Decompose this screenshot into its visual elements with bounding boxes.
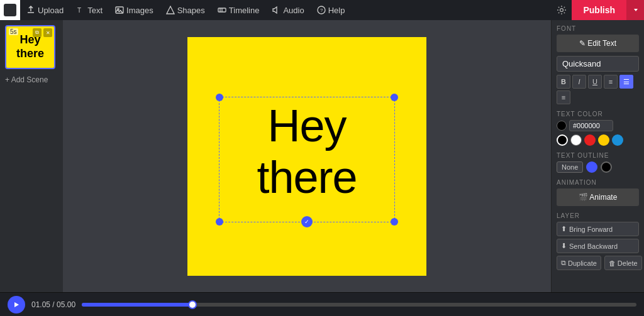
svg-text:T: T bbox=[77, 7, 81, 14]
text-button[interactable]: T Text bbox=[70, 0, 109, 20]
right-panel: FONT ✎ Edit Text Quicksand B I U ≡ ☰ ≡ T… bbox=[551, 20, 644, 292]
svg-marker-3 bbox=[167, 6, 174, 14]
timeline-button[interactable]: Timeline bbox=[211, 0, 266, 20]
align-center-button[interactable]: ☰ bbox=[619, 75, 633, 89]
delete-label: Delete bbox=[618, 259, 638, 267]
handle-bottom-left[interactable] bbox=[216, 218, 223, 226]
animate-label: 🎬 Animate bbox=[579, 193, 618, 202]
canvas-text-line2: there bbox=[257, 152, 357, 202]
shapes-button[interactable]: Shapes bbox=[160, 0, 211, 20]
bold-button[interactable]: B bbox=[557, 75, 570, 89]
text-outline-section: TEXT OUTLINE None bbox=[557, 152, 639, 173]
logo-icon bbox=[4, 4, 16, 16]
images-label: Images bbox=[126, 6, 153, 15]
audio-label: Audio bbox=[283, 6, 304, 15]
swatch-blue[interactable] bbox=[612, 134, 623, 146]
scene-icons: ⧉ ✕ bbox=[33, 28, 52, 37]
animation-section: ANIMATION 🎬 Animate bbox=[557, 179, 639, 206]
canvas-text[interactable]: Hey there bbox=[209, 100, 404, 204]
animation-title: ANIMATION bbox=[557, 179, 639, 186]
audio-button[interactable]: Audio bbox=[265, 0, 310, 20]
edit-text-label: ✎ Edit Text bbox=[579, 39, 616, 48]
shapes-icon bbox=[166, 6, 175, 14]
help-label: Help bbox=[328, 6, 345, 15]
handle-bottom-center[interactable]: ✓ bbox=[301, 216, 313, 227]
upload-icon bbox=[26, 6, 35, 14]
publish-label: Publish bbox=[583, 5, 615, 15]
text-icon: T bbox=[76, 6, 85, 14]
color-dot-black[interactable] bbox=[557, 121, 567, 131]
scene-text-line2: there bbox=[16, 47, 44, 60]
outline-swatch-blue[interactable] bbox=[586, 161, 597, 173]
main-area: 5s ⧉ ✕ Hey there + Add Scene Hey there bbox=[0, 20, 644, 292]
duplicate-button[interactable]: ⧉ Duplicate bbox=[557, 256, 601, 270]
add-scene-label: + Add Scene bbox=[5, 75, 48, 84]
scene-delete-icon[interactable]: ✕ bbox=[43, 28, 52, 37]
handle-bottom-right[interactable] bbox=[391, 218, 398, 226]
left-sidebar: 5s ⧉ ✕ Hey there + Add Scene bbox=[0, 20, 63, 292]
publish-dropdown-button[interactable] bbox=[626, 0, 644, 20]
top-nav: Upload T Text Images Shapes Timeline Aud… bbox=[0, 0, 644, 20]
outline-none-label: None bbox=[562, 163, 578, 171]
time-display: 01.05 / 05.00 bbox=[31, 300, 75, 309]
canvas-stage[interactable]: Hey there ✓ bbox=[187, 37, 426, 276]
outline-swatch-black[interactable] bbox=[601, 161, 612, 173]
swatch-white[interactable] bbox=[570, 134, 582, 146]
gear-button[interactable] bbox=[552, 0, 572, 20]
color-hex-input[interactable] bbox=[569, 120, 613, 131]
italic-button[interactable]: I bbox=[572, 75, 586, 89]
svg-marker-10 bbox=[634, 9, 638, 11]
upload-button[interactable]: Upload bbox=[20, 0, 70, 20]
layer-section: LAYER ⬆ Bring Forward ⬇ Send Backward ⧉ … bbox=[557, 212, 639, 270]
align-left-button[interactable]: ≡ bbox=[604, 75, 618, 89]
scene-card-text: Hey there bbox=[16, 33, 44, 60]
upload-label: Upload bbox=[38, 6, 64, 15]
play-button[interactable] bbox=[8, 296, 25, 313]
svg-point-9 bbox=[560, 9, 564, 12]
layer-title: LAYER bbox=[557, 212, 639, 219]
bottom-bar: 01.05 / 05.00 bbox=[0, 292, 644, 316]
edit-text-button[interactable]: ✎ Edit Text bbox=[557, 35, 639, 52]
timeline-thumb[interactable] bbox=[188, 300, 197, 309]
shapes-label: Shapes bbox=[177, 6, 205, 15]
text-color-title: TEXT COLOR bbox=[557, 111, 639, 117]
add-scene-button[interactable]: + Add Scene bbox=[5, 74, 58, 85]
logo[interactable] bbox=[0, 0, 20, 20]
swatch-yellow[interactable] bbox=[598, 134, 609, 146]
delete-button[interactable]: 🗑 Delete bbox=[604, 256, 642, 270]
gear-icon bbox=[557, 5, 567, 15]
animate-button[interactable]: 🎬 Animate bbox=[557, 188, 639, 206]
font-name-selector[interactable]: Quicksand bbox=[557, 56, 639, 72]
bring-forward-button[interactable]: ⬆ Bring Forward bbox=[557, 222, 639, 236]
scene-copy-icon[interactable]: ⧉ bbox=[33, 28, 42, 37]
text-label: Text bbox=[87, 6, 103, 15]
timeline-label: Timeline bbox=[229, 6, 260, 15]
images-button[interactable]: Images bbox=[109, 0, 160, 20]
outline-none-button[interactable]: None bbox=[557, 161, 583, 173]
font-section: FONT ✎ Edit Text Quicksand B I U ≡ ☰ ≡ bbox=[557, 25, 639, 104]
swatch-black[interactable] bbox=[557, 134, 568, 146]
timeline-track[interactable] bbox=[82, 303, 636, 307]
underline-button[interactable]: U bbox=[588, 75, 602, 89]
timeline-progress bbox=[82, 303, 192, 307]
play-icon bbox=[13, 302, 19, 308]
images-icon bbox=[115, 6, 124, 14]
scene-card[interactable]: 5s ⧉ ✕ Hey there bbox=[5, 25, 55, 69]
svg-text:?: ? bbox=[320, 8, 323, 13]
canvas-text-line1: Hey bbox=[267, 101, 346, 151]
help-button[interactable]: ? Help bbox=[311, 0, 352, 20]
bring-forward-label: Bring Forward bbox=[569, 226, 613, 233]
scene-duration: 5s bbox=[9, 28, 18, 35]
font-name-label: Quicksand bbox=[562, 59, 601, 68]
align-right-button[interactable]: ≡ bbox=[557, 90, 570, 104]
send-backward-label: Send Backward bbox=[569, 242, 618, 250]
svg-marker-11 bbox=[14, 302, 19, 307]
swatch-red[interactable] bbox=[584, 134, 596, 146]
send-backward-button[interactable]: ⬇ Send Backward bbox=[557, 239, 639, 253]
text-color-section: TEXT COLOR bbox=[557, 111, 639, 146]
canvas-area: Hey there ✓ bbox=[63, 20, 551, 292]
publish-button[interactable]: Publish bbox=[572, 0, 626, 20]
audio-icon bbox=[272, 6, 280, 14]
help-icon: ? bbox=[317, 6, 326, 14]
duplicate-label: Duplicate bbox=[568, 259, 597, 267]
